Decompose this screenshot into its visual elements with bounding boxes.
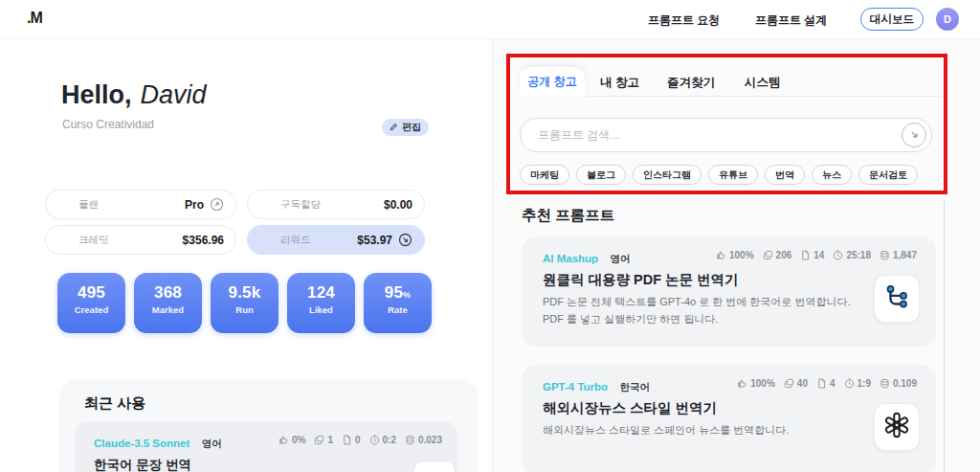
recent-prompt-item[interactable]: Claude-3.5 Sonnet 영어 0% 1 0 0:2 0.023 한국… <box>75 421 457 472</box>
prompt-meta: AI Mashup 영어 <box>543 249 631 266</box>
search-input[interactable] <box>521 119 884 150</box>
stat-label: Liked <box>287 304 355 315</box>
reward-box[interactable]: 리워드 $53.97 <box>247 225 425 255</box>
stat-label: Marked <box>134 304 202 315</box>
stat-label: Created <box>57 304 125 315</box>
prompt-description: 해외시장뉴스 스타일로 스페인어 뉴스를 번역합니다. <box>543 422 870 439</box>
search-submit-button[interactable] <box>902 123 926 147</box>
arrow-down-right-icon <box>909 126 920 144</box>
credit-label: 크레딧 <box>78 234 109 247</box>
stat-label: Rate <box>364 304 432 315</box>
like-icon <box>278 435 289 445</box>
prompt-card-pdf-translator[interactable]: AI Mashup 영어 100% 206 14 25:18 1,847 원클릭… <box>522 236 936 347</box>
nav-prompt-request[interactable]: 프롬프트 요청 <box>648 12 720 29</box>
time-icon <box>833 250 843 260</box>
recent-usage-title: 최근 사용 <box>84 394 145 413</box>
copies-icon <box>816 378 827 389</box>
pencil-icon <box>390 123 398 133</box>
model-name: Claude-3.5 Sonnet <box>94 438 189 449</box>
flow-tree-icon <box>883 283 910 314</box>
model-name: AI Mashup <box>543 253 598 264</box>
language-badge: 영어 <box>202 438 222 449</box>
stat-card-run[interactable]: 9.5k Run <box>211 273 278 333</box>
stat-label: Run <box>211 304 278 315</box>
stat-card-marked[interactable]: 368 Marked <box>134 273 202 333</box>
tag-instagram[interactable]: 인스타그램 <box>633 165 702 185</box>
profile-subtitle: Curso Creatividad <box>62 118 154 131</box>
prompt-stats: 100% 40 4 1:9 0.109 <box>737 378 917 389</box>
prompt-meta: GPT-4 Turbo 한국어 <box>543 377 650 394</box>
scrollbar[interactable] <box>944 201 945 472</box>
like-icon <box>737 378 747 389</box>
model-name: GPT-4 Turbo <box>543 381 608 393</box>
plan-label: 플랜 <box>78 198 99 212</box>
reward-label: 리워드 <box>280 234 311 247</box>
prompt-stats: 100% 206 14 25:18 1,847 <box>716 250 917 260</box>
tab-public-library[interactable]: 공개 창고 <box>520 67 585 97</box>
search-box <box>520 118 932 152</box>
logo: .M <box>27 10 42 27</box>
recommended-title: 추천 프롬프트 <box>522 206 614 226</box>
tag-news[interactable]: 뉴스 <box>812 165 852 185</box>
reward-withdraw-icon[interactable] <box>398 233 412 247</box>
subscription-box: 구독할당 $0.00 <box>247 190 425 219</box>
page-title: Hello,David <box>61 80 207 110</box>
dashboard-button[interactable]: 대시보드 <box>860 8 924 31</box>
percent-suffix: % <box>403 290 411 300</box>
openai-icon <box>882 411 911 443</box>
comments-icon <box>763 250 773 260</box>
nav-prompt-design[interactable]: 프롬프트 설계 <box>755 12 827 29</box>
tag-youtube[interactable]: 유튜브 <box>708 165 758 185</box>
top-bar: .M 프롬프트 요청 프롬프트 설계 대시보드 D <box>0 0 980 39</box>
tab-favorites[interactable]: 즐겨찾기 <box>667 75 715 91</box>
prompt-meta: Claude-3.5 Sonnet 영어 <box>94 434 222 451</box>
stat-value: 495 <box>57 283 125 303</box>
comments-icon <box>784 378 794 389</box>
reward-value: $53.97 <box>357 234 392 247</box>
edit-button[interactable]: 편집 <box>382 119 429 136</box>
user-name: David <box>141 80 207 109</box>
stat-card-created[interactable]: 495 Created <box>57 273 125 333</box>
plan-value: Pro <box>185 198 204 212</box>
run-button[interactable]: ⌁ <box>413 461 456 472</box>
prompt-icon-tile <box>874 275 920 323</box>
like-icon <box>716 250 726 260</box>
subscription-value: $0.00 <box>384 198 412 212</box>
stat-card-liked[interactable]: 124 Liked <box>287 273 355 333</box>
prompt-title: 한국어 문장 번역 <box>94 457 191 472</box>
prompt-title: 해외시장뉴스 스타일 번역기 <box>543 399 717 417</box>
plan-upgrade-icon[interactable] <box>210 197 224 212</box>
time-icon <box>369 435 380 445</box>
recent-usage-panel: 최근 사용 Claude-3.5 Sonnet 영어 0% 1 0 0:2 0.… <box>59 379 479 472</box>
credit-value: $356.96 <box>183 234 224 247</box>
prompt-card-news-translator[interactable]: GPT-4 Turbo 한국어 100% 40 4 1:9 0.109 해외시장… <box>522 365 936 472</box>
tag-translate[interactable]: 번역 <box>765 165 805 185</box>
stat-value: 124 <box>287 283 355 303</box>
language-badge: 한국어 <box>620 381 651 393</box>
edit-button-label: 편집 <box>402 121 421 134</box>
cost-icon <box>880 378 890 389</box>
stat-value: 368 <box>134 283 202 303</box>
tag-blog[interactable]: 블로그 <box>576 165 626 185</box>
tag-doc-review[interactable]: 문서검토 <box>858 165 918 185</box>
app-root: .M 프롬프트 요청 프롬프트 설계 대시보드 D Hello,David Cu… <box>0 0 980 472</box>
tag-marketing[interactable]: 마케팅 <box>520 165 569 185</box>
plan-box[interactable]: 플랜 Pro <box>45 190 236 219</box>
language-badge: 영어 <box>611 253 631 264</box>
tab-system[interactable]: 시스템 <box>745 75 781 91</box>
cost-icon <box>405 435 415 445</box>
tag-filter-row: 마케팅 블로그 인스타그램 유튜브 번역 뉴스 문서검토 <box>520 165 918 185</box>
prompt-icon-tile <box>874 403 920 451</box>
comments-icon <box>314 435 324 445</box>
copies-icon <box>800 250 811 260</box>
cost-icon <box>880 250 890 260</box>
stat-card-rate[interactable]: 95% Rate <box>364 273 432 333</box>
copies-icon <box>342 435 352 445</box>
stat-value: 9.5k <box>211 283 278 303</box>
time-icon <box>844 378 855 389</box>
avatar[interactable]: D <box>936 8 959 31</box>
credit-box: 크레딧 $356.96 <box>45 225 236 255</box>
greeting-word: Hello, <box>61 80 132 109</box>
tab-my-library[interactable]: 내 창고 <box>600 75 639 91</box>
prompt-title: 원클릭 대용량 PDF 논문 번역기 <box>543 271 739 289</box>
